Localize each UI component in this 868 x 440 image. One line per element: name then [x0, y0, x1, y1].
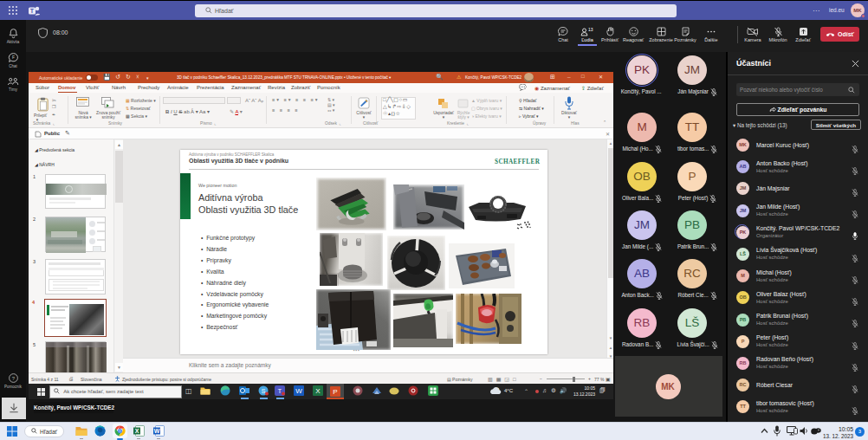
svg-text:T: T [30, 8, 35, 14]
svg-text:S: S [262, 388, 266, 394]
svg-text:X: X [135, 428, 139, 434]
svg-text:W: W [295, 387, 302, 395]
svg-text:13: 13 [588, 27, 593, 32]
svg-text:F: F [12, 55, 15, 60]
svg-text:?: ? [11, 376, 15, 381]
svg-text:T: T [278, 388, 282, 394]
svg-text:X: X [315, 387, 321, 395]
svg-text:P: P [333, 388, 337, 396]
svg-text:W: W [154, 428, 160, 434]
